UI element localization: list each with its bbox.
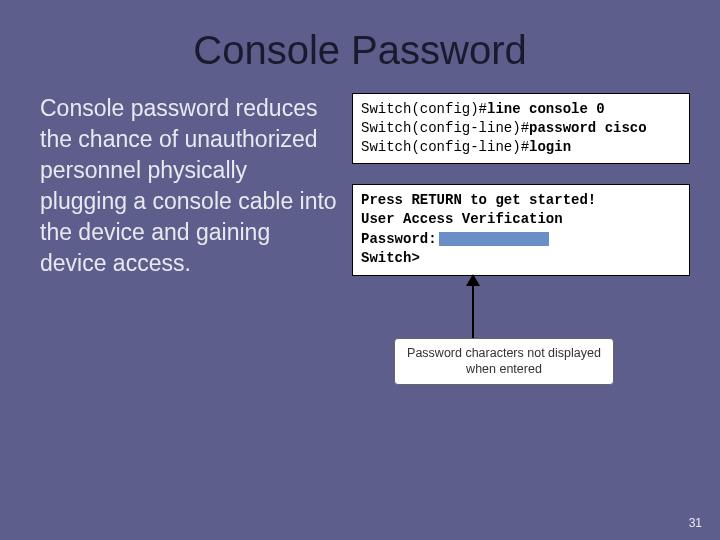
terminal-login: Press RETURN to get started! User Access… xyxy=(352,184,690,276)
term1-line1-prefix: Switch(config)# xyxy=(361,101,487,117)
page-number: 31 xyxy=(689,516,702,530)
figure-area: Switch(config)#line console 0 Switch(con… xyxy=(352,93,690,396)
callout-box: Password characters not displayed when e… xyxy=(394,338,614,385)
content-area: Console password reduces the chance of u… xyxy=(0,93,720,396)
term2-line4: Switch> xyxy=(361,249,681,269)
term2-line3: Password: xyxy=(361,231,437,247)
callout-wrapper: Password characters not displayed when e… xyxy=(352,276,690,396)
term1-line2-cmd: password cisco xyxy=(529,120,647,136)
term1-line1-cmd: line console 0 xyxy=(487,101,605,117)
body-text: Console password reduces the chance of u… xyxy=(40,93,340,396)
term2-line2: User Access Verification xyxy=(361,210,681,230)
term2-line1: Press RETURN to get started! xyxy=(361,191,681,211)
password-mask xyxy=(439,232,549,246)
term1-line3-prefix: Switch(config-line)# xyxy=(361,139,529,155)
arrow-line xyxy=(472,276,474,344)
term1-line3-cmd: login xyxy=(529,139,571,155)
term1-line2-prefix: Switch(config-line)# xyxy=(361,120,529,136)
slide-title: Console Password xyxy=(0,0,720,93)
terminal-config: Switch(config)#line console 0 Switch(con… xyxy=(352,93,690,164)
